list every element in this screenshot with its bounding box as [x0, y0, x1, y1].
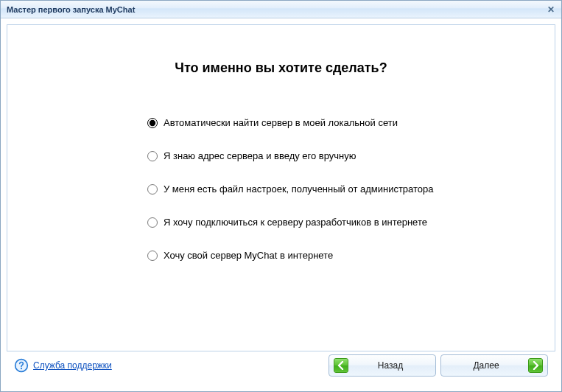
radio-settings-file[interactable] [147, 184, 158, 195]
close-icon: ✕ [547, 4, 555, 15]
option-auto-find[interactable]: Автоматически найти сервер в моей локаль… [147, 117, 525, 128]
help-area: Служба поддержки [14, 358, 329, 373]
radio-own-server[interactable] [147, 251, 158, 261]
next-button[interactable]: Далее [440, 354, 548, 377]
option-settings-file[interactable]: У меня есть файл настроек, полученный от… [147, 183, 525, 195]
back-label: Назад [350, 360, 431, 371]
nav-buttons: Назад Далее [329, 354, 548, 377]
titlebar: Мастер первого запуска MyChat ✕ [1, 1, 561, 18]
wizard-window: Мастер первого запуска MyChat ✕ Что имен… [0, 0, 562, 392]
footer: Служба поддержки Назад Далее [7, 351, 555, 385]
window-title: Мастер первого запуска MyChat [7, 5, 545, 14]
content-panel: Что именно вы хотите сделать? Автоматиче… [7, 24, 555, 351]
radio-manual-address[interactable] [147, 151, 158, 161]
help-link[interactable]: Служба поддержки [33, 360, 112, 371]
svg-point-1 [21, 368, 22, 369]
option-group: Автоматически найти сервер в моей локаль… [147, 117, 525, 261]
option-label: Я хочу подключиться к серверу разработчи… [164, 217, 427, 228]
help-icon [14, 358, 29, 373]
arrow-right-icon [528, 358, 543, 373]
page-heading: Что именно вы хотите сделать? [37, 60, 525, 76]
next-label: Далее [446, 360, 527, 371]
body-area: Что именно вы хотите сделать? Автоматиче… [1, 18, 561, 391]
option-label: Хочу свой сервер MyChat в интернете [164, 250, 333, 261]
option-manual-address[interactable]: Я знаю адрес сервера и введу его вручную [147, 150, 525, 161]
option-own-server[interactable]: Хочу свой сервер MyChat в интернете [147, 250, 525, 261]
option-dev-server[interactable]: Я хочу подключиться к серверу разработчи… [147, 217, 525, 228]
back-button[interactable]: Назад [329, 354, 436, 377]
radio-auto-find[interactable] [147, 118, 158, 128]
option-label: Я знаю адрес сервера и введу его вручную [164, 150, 356, 161]
option-label: У меня есть файл настроек, полученный от… [164, 183, 434, 195]
option-label: Автоматически найти сервер в моей локаль… [164, 117, 398, 128]
close-button[interactable]: ✕ [545, 4, 557, 15]
arrow-left-icon [334, 358, 348, 373]
radio-dev-server[interactable] [147, 217, 158, 228]
